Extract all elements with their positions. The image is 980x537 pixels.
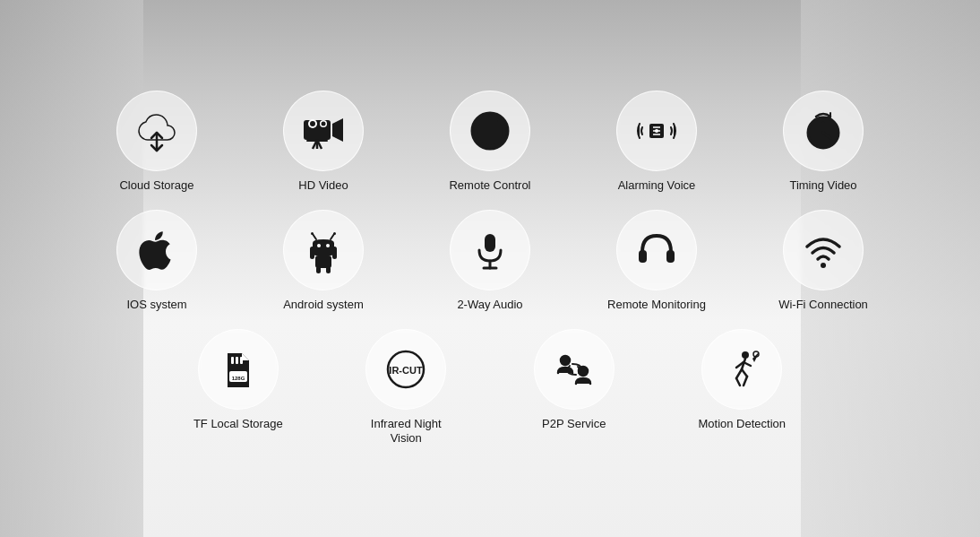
sd-card-icon: 128G [215, 346, 262, 393]
tf-storage-label: TF Local Storage [193, 417, 283, 432]
tf-storage-icon-circle: 128G [198, 329, 279, 410]
svg-point-23 [311, 232, 314, 235]
wifi-icon-circle [783, 210, 864, 290]
cloud-upload-icon [133, 108, 180, 154]
svg-point-27 [326, 244, 330, 247]
svg-point-38 [821, 263, 826, 268]
timing-video-icon-circle [783, 91, 864, 171]
clock-arrow-icon [800, 108, 847, 154]
android-icon-circle [283, 210, 364, 290]
svg-line-22 [313, 234, 316, 239]
svg-line-50 [736, 369, 742, 378]
feature-cloud-storage: Cloud Storage [78, 91, 236, 194]
feature-remote-monitoring: Remote Monitoring [578, 210, 735, 313]
motion-detection-icon-circle [701, 329, 782, 410]
two-way-audio-label: 2-Way Audio [457, 298, 522, 313]
headphones-icon [633, 227, 680, 273]
apple-icon [133, 227, 180, 273]
power-button-icon [467, 108, 513, 154]
android-icon [300, 227, 347, 273]
features-row3: 128G TF Local Storage IR-CUT Infrared Ni… [159, 329, 821, 447]
p2p-icon [551, 346, 597, 393]
svg-rect-33 [485, 234, 495, 252]
speaker-wave-icon [633, 108, 680, 154]
feature-alarming-voice: Alarming Voice [578, 91, 735, 194]
remote-monitoring-label: Remote Monitoring [607, 298, 706, 313]
svg-rect-39 [231, 357, 234, 364]
feature-timing-video: Timing Video [744, 91, 902, 194]
ir-cut-icon: IR-CUT [383, 346, 429, 393]
timing-video-label: Timing Video [789, 178, 856, 194]
motion-icon [718, 346, 765, 393]
hd-video-icon-circle [283, 91, 364, 171]
android-system-label: Android system [283, 298, 364, 313]
svg-rect-32 [326, 266, 331, 273]
hd-video-label: HD Video [298, 178, 348, 194]
ios-icon-circle [116, 210, 197, 290]
svg-point-26 [317, 244, 321, 247]
remote-monitoring-icon-circle [616, 210, 697, 290]
feature-ios-system: IOS system [78, 210, 236, 313]
feature-remote-control: Remote Control [411, 91, 569, 194]
microphone-icon [467, 227, 513, 273]
svg-point-4 [310, 121, 315, 126]
feature-android-system: Android system [245, 210, 402, 313]
p2p-service-label: P2P Service [542, 417, 606, 432]
svg-rect-29 [332, 247, 337, 259]
svg-text:128G: 128G [231, 376, 245, 381]
feature-tf-storage: 128G TF Local Storage [159, 329, 318, 447]
svg-point-25 [333, 232, 336, 235]
svg-point-6 [322, 121, 326, 126]
remote-control-label: Remote Control [449, 178, 530, 194]
feature-two-way-audio: 2-Way Audio [411, 210, 569, 313]
svg-rect-41 [240, 357, 243, 364]
svg-line-53 [744, 377, 747, 385]
motion-detection-label: Motion Detection [698, 417, 786, 432]
p2p-icon-circle [534, 329, 615, 410]
ios-system-label: IOS system [126, 298, 186, 313]
main-content: Cloud Storage [0, 0, 980, 537]
alarming-voice-icon-circle [616, 91, 697, 171]
features-row2: IOS system [78, 210, 902, 313]
wifi-icon [800, 227, 847, 273]
alarming-voice-label: Alarming Voice [618, 178, 696, 194]
two-way-audio-icon-circle [450, 210, 530, 290]
cloud-storage-icon-circle [116, 91, 197, 171]
svg-marker-7 [332, 118, 343, 142]
feature-wifi-connection: Wi-Fi Connection [744, 210, 902, 313]
svg-rect-30 [315, 256, 331, 268]
cloud-storage-label: Cloud Storage [119, 178, 193, 194]
svg-line-51 [736, 378, 740, 385]
svg-line-52 [742, 369, 747, 377]
remote-control-icon-circle [450, 91, 530, 171]
features-row1: Cloud Storage [78, 91, 902, 194]
svg-rect-28 [310, 247, 314, 259]
infrared-night-label: Infrared NightVision [371, 417, 442, 447]
svg-text:IR-CUT: IR-CUT [390, 365, 424, 376]
svg-rect-31 [316, 266, 321, 273]
svg-rect-11 [306, 140, 328, 142]
svg-rect-40 [236, 357, 238, 364]
feature-p2p-service: P2P Service [494, 329, 654, 447]
infrared-night-icon-circle: IR-CUT [365, 329, 446, 410]
feature-hd-video: HD Video [245, 91, 402, 194]
svg-point-46 [561, 356, 570, 365]
video-camera-icon [300, 108, 347, 154]
wifi-connection-label: Wi-Fi Connection [778, 298, 868, 313]
svg-rect-37 [666, 250, 675, 263]
svg-rect-36 [639, 250, 647, 263]
feature-infrared-night: IR-CUT Infrared NightVision [327, 329, 486, 447]
feature-motion-detection: Motion Detection [663, 329, 822, 447]
svg-line-24 [331, 234, 334, 239]
